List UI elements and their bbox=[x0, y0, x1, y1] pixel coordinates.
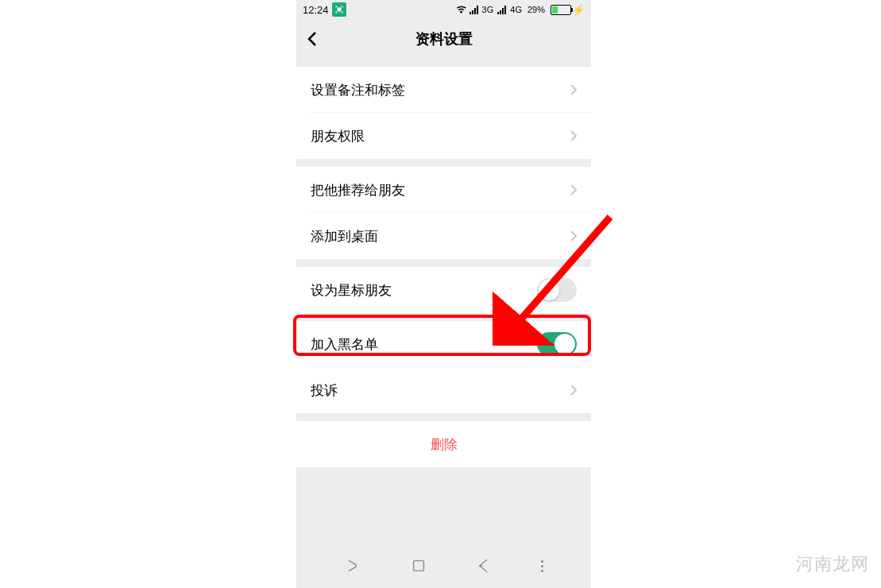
delete-button-label: 删除 bbox=[431, 435, 458, 454]
page-title: 资料设置 bbox=[296, 29, 591, 48]
back-icon[interactable] bbox=[475, 557, 493, 574]
chevron-right-icon bbox=[570, 184, 577, 195]
report-label: 投诉 bbox=[311, 381, 570, 400]
chevron-right-icon bbox=[570, 230, 577, 242]
status-bar: 12:24 3G 4G 29% ⚡ bbox=[296, 0, 591, 19]
watermark: 河南龙网 bbox=[796, 552, 869, 576]
wifi-icon bbox=[455, 5, 467, 14]
scan-icon bbox=[332, 2, 346, 17]
network-3g-label: 3G bbox=[482, 5, 494, 14]
delete-button[interactable]: 删除 bbox=[296, 421, 591, 467]
blacklist-label: 加入黑名单 bbox=[311, 335, 537, 354]
navigation-header: 资料设置 bbox=[296, 19, 591, 59]
battery-percent: 29% bbox=[527, 5, 545, 14]
chevron-right-icon bbox=[570, 130, 577, 141]
chevron-right-icon bbox=[570, 84, 577, 95]
network-4g-label: 4G bbox=[510, 5, 522, 14]
status-right: 3G 4G 29% ⚡ bbox=[455, 4, 585, 16]
status-time: 12:24 bbox=[303, 4, 329, 16]
section-blacklist-report: 加入黑名单 投诉 bbox=[296, 321, 591, 413]
signal-3g-icon bbox=[469, 6, 478, 14]
report-item[interactable]: 投诉 bbox=[296, 367, 591, 413]
chevron-right-icon bbox=[570, 385, 577, 396]
back-button[interactable] bbox=[296, 19, 328, 59]
blacklist-item[interactable]: 加入黑名单 bbox=[296, 321, 591, 367]
star-friend-label: 设为星标朋友 bbox=[311, 281, 537, 300]
friend-permissions-label: 朋友权限 bbox=[311, 127, 570, 145]
set-remark-tags-label: 设置备注和标签 bbox=[311, 81, 570, 99]
battery-icon bbox=[551, 5, 571, 15]
friend-permissions-item[interactable]: 朋友权限 bbox=[296, 113, 591, 159]
section-star-friend: 设为星标朋友 bbox=[296, 267, 591, 313]
svg-rect-0 bbox=[413, 561, 423, 571]
star-friend-toggle[interactable] bbox=[537, 278, 577, 302]
recommend-to-friend-label: 把他推荐给朋友 bbox=[311, 181, 570, 199]
recent-apps-icon[interactable] bbox=[344, 557, 361, 574]
section-recommend-desktop: 把他推荐给朋友 添加到桌面 bbox=[296, 167, 591, 259]
add-to-desktop-item[interactable]: 添加到桌面 bbox=[296, 213, 591, 259]
star-friend-item[interactable]: 设为星标朋友 bbox=[296, 267, 591, 313]
signal-4g-icon bbox=[497, 6, 506, 14]
menu-icon[interactable] bbox=[541, 560, 543, 572]
recommend-to-friend-item[interactable]: 把他推荐给朋友 bbox=[296, 167, 591, 213]
home-icon[interactable] bbox=[410, 557, 427, 574]
add-to-desktop-label: 添加到桌面 bbox=[311, 227, 570, 246]
system-navigation-bar bbox=[296, 544, 591, 588]
set-remark-tags-item[interactable]: 设置备注和标签 bbox=[296, 67, 591, 113]
charging-icon: ⚡ bbox=[572, 4, 585, 16]
blacklist-toggle[interactable] bbox=[537, 332, 577, 356]
phone-screen: 12:24 3G 4G 29% ⚡ 资料设置 设置备注和标签 朋友权限 bbox=[296, 0, 591, 588]
section-remark-permissions: 设置备注和标签 朋友权限 bbox=[296, 67, 591, 159]
